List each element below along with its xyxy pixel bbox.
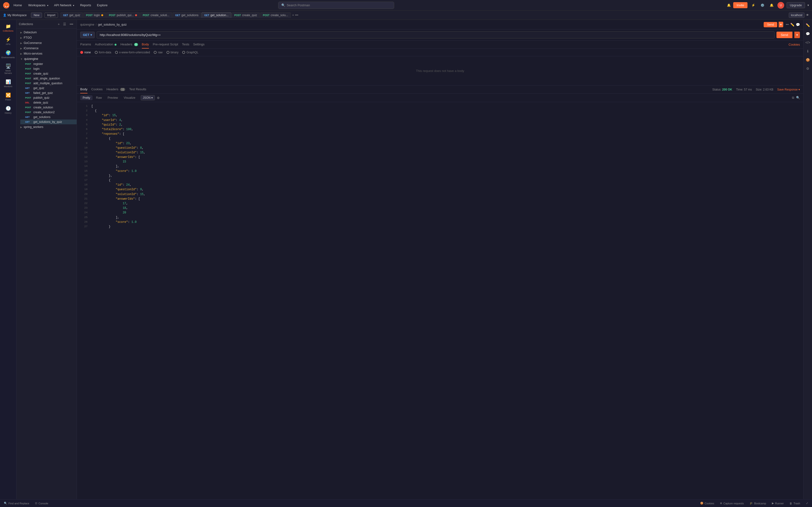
new-button[interactable]: New [31,12,42,18]
fmt-tab-preview[interactable]: Preview [105,95,120,100]
method-selector[interactable]: GET ▾ [80,32,95,38]
item-login[interactable]: POSTlogin [20,66,77,71]
workspace-name[interactable]: My Workspace [7,13,27,17]
item-create-quiz[interactable]: POSTcreate_quiz [20,71,77,76]
search-response-icon[interactable]: 🔍 [796,96,800,100]
tab-login[interactable]: POSTlogin [83,12,106,18]
right-info-icon[interactable]: ℹ [806,48,810,55]
item-add-single[interactable]: POSTadd_single_question [20,76,77,81]
sidebar-item-mock-servers[interactable]: 🖥️ Mock Servers [1,62,15,76]
sidebar-item-apis[interactable]: ⚡ APIs [1,35,15,47]
right-code-icon[interactable]: </> [804,39,812,46]
nav-reports[interactable]: Reports [78,2,94,8]
nav-workspaces[interactable]: Workspaces ▾ [26,2,51,8]
bootcamp-button[interactable]: 🎓 Bootcamp [750,502,766,505]
resp-tab-body[interactable]: Body [80,86,88,94]
tab-create-quiz[interactable]: POSTcreate_quiz [232,12,260,18]
add-collection-button[interactable]: + [57,22,61,26]
find-replace-button[interactable]: 🔍 Find and Replace [4,502,29,505]
send-button[interactable]: Send [776,32,793,38]
item-create-solution2[interactable]: POSTcreate_solution2 [20,110,77,115]
tab-create-solution[interactable]: POSTcreate_soluti... [140,12,172,18]
more-options-icon[interactable]: ••• [785,23,789,26]
nav-api-network[interactable]: API Network ▾ [52,2,77,8]
nav-explore[interactable]: Explore [95,2,110,8]
collection-icommerce[interactable]: ▶ iCommerce [16,46,77,51]
item-publish-quiz[interactable]: POSTpublish_quiz [20,95,77,100]
trash-button[interactable]: 🗑 Trash [790,502,800,505]
item-get-quiz[interactable]: GETget_quiz [20,86,77,91]
item-create-solution[interactable]: POSTcreate_solution [20,105,77,110]
upgrade-button[interactable]: Upgrade [786,2,805,8]
body-none-option[interactable]: none [80,51,91,54]
tab-create-solu[interactable]: POSTcreate_solu... [260,12,291,18]
tab-get-solution-active[interactable]: GETget_solution... [202,12,231,18]
body-binary-option[interactable]: binary [166,51,179,54]
sidebar-item-flows[interactable]: 🔀 Flows [1,91,15,103]
tab-get-solutions[interactable]: GETget_solutions [172,12,201,18]
logo[interactable]: 🦊 [3,2,10,9]
runner-button[interactable]: ▶ Runner [772,502,784,505]
cookies-bottom-button[interactable]: 🍪 Cookies [700,502,714,505]
send-dropdown-button[interactable]: ▾ [794,32,800,38]
item-failed-get-quiz[interactable]: GETfailed_get_quiz [20,91,77,95]
app-title[interactable]: Home [13,3,22,7]
settings-icon[interactable]: ⚙️ [759,2,766,9]
format-options-icon[interactable]: ⚙ [157,96,160,100]
resp-tab-test-results[interactable]: Test Results [129,86,146,94]
save-dropdown-button[interactable]: ▾ [779,22,783,27]
expand-button[interactable]: ⤢ [806,502,808,505]
add-tab-icon[interactable]: + [292,13,294,17]
tab-get-quiz[interactable]: GETget_quiz [60,12,83,18]
breadcrumb-collection[interactable]: quizengine [80,23,94,26]
import-button[interactable]: Import [45,12,58,18]
json-viewer[interactable]: 1[ 2 { 3 "id": 15, 4 "userId": 4, 5 "qui… [77,102,803,499]
sidebar-item-history[interactable]: 🕐 History [1,104,15,116]
body-urlencoded-option[interactable]: x-www-form-urlencoded [115,51,150,54]
sidebar-item-monitors[interactable]: 📊 Monitors [1,77,15,90]
right-edit-icon[interactable]: ✏️ [804,22,811,29]
collection-spring-workers[interactable]: ▶ spring_workers [16,124,77,130]
more-tabs-icon[interactable]: ••• [295,13,298,17]
body-raw-option[interactable]: raw [154,51,162,54]
collection-ftgo[interactable]: ▶ FTGO [16,35,77,40]
item-get-solutions[interactable]: GETget_solutions [20,115,77,119]
collection-microservices[interactable]: ▶ Micro-services [16,51,77,56]
item-get-solutions-by-quiz[interactable]: GETget_solutions_by_quiz [20,119,77,124]
breadcrumb-request[interactable]: get_solutions_by_quiz [98,23,126,26]
req-tab-authorization[interactable]: Authorization [95,41,117,49]
collection-more-button[interactable]: ••• [69,22,74,26]
format-type-selector[interactable]: JSON ▾ [141,95,155,101]
comment-icon[interactable]: 💬 [796,23,800,26]
bell-icon[interactable]: 🔔 [768,2,775,9]
item-add-multiple[interactable]: POSTadd_mulitple_question [20,81,77,86]
right-comment-icon[interactable]: 💬 [804,31,811,37]
item-register[interactable]: POSTregister [20,62,77,66]
collection-debezium[interactable]: ▶ Debezium [16,30,77,35]
req-tab-settings[interactable]: Settings [193,41,204,49]
url-input[interactable] [97,32,774,38]
fmt-tab-visualize[interactable]: Visualize [121,95,138,100]
capture-button[interactable]: ⊕ Capture requests [720,502,744,505]
sidebar-item-environments[interactable]: 🌍 Environments [1,48,15,61]
fmt-tab-raw[interactable]: Raw [94,95,104,100]
search-bar[interactable]: 🔍 Search Postman [278,2,394,9]
lightning-icon[interactable]: ⚡ [750,2,757,9]
right-settings-icon[interactable]: ⚙ [805,65,811,72]
item-delete-quiz[interactable]: DELdelete_quiz [20,100,77,105]
edit-icon[interactable]: ✏️ [790,23,794,26]
req-tab-headers[interactable]: Headers 8 [120,41,138,49]
fmt-tab-pretty[interactable]: Pretty [80,95,93,100]
collection-quizengine[interactable]: ▼ quizengine [16,56,77,62]
env-selector[interactable]: localhost [789,12,805,18]
save-response-button[interactable]: Save Response ▾ [777,88,800,91]
req-tab-tests[interactable]: Tests [182,41,189,49]
invite-button[interactable]: Invite [733,2,748,8]
req-tab-prerequest[interactable]: Pre-request Script [153,41,178,49]
upgrade-chevron-icon[interactable]: ▾ [807,3,809,7]
sidebar-item-collections[interactable]: 📁 Collections [1,22,15,34]
req-tab-body[interactable]: Body [142,41,149,49]
body-graphql-option[interactable]: GraphQL [182,51,198,54]
console-button[interactable]: ⊡ Console [35,502,48,505]
resp-tab-headers[interactable]: Headers 11 [107,86,125,94]
